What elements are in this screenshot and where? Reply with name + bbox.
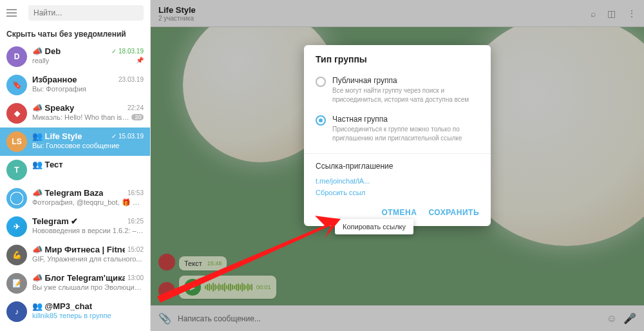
chat-time: 22:24 <box>128 104 144 111</box>
chat-name: 👥 Life Style <box>32 131 82 141</box>
chat-preview: Вы уже слышали про Эволюцию... <box>32 283 144 291</box>
radio-desc: Все могут найти группу через поиск и при… <box>332 86 479 104</box>
menu-button[interactable] <box>6 5 22 21</box>
chat-time: 13:00 <box>128 274 144 281</box>
radio-public[interactable]: Публичная группа Все могут найти группу … <box>316 71 479 109</box>
chat-item[interactable]: ♪ 👥 @MP3_chat killnik85 теперь в группе <box>0 298 150 326</box>
save-button[interactable]: СОХРАНИТЬ <box>428 208 479 217</box>
pin-icon: 📌 <box>136 57 144 64</box>
avatar: Т <box>6 160 27 180</box>
chat-name: 👥 @MP3_chat <box>32 301 92 311</box>
radio-label: Частная группа <box>332 115 479 124</box>
chat-preview: killnik85 теперь в группе <box>32 312 144 319</box>
chat-preview: Вы: Фотография <box>32 85 144 93</box>
avatar: 💪 <box>6 245 27 265</box>
avatar: 📝 <box>6 273 27 294</box>
chat-time: 16:53 <box>128 189 144 196</box>
chat-name: Telegram ✔ <box>32 216 78 226</box>
chat-item[interactable]: 🔖 Избранное23.03.19 Вы: Фотография <box>0 71 150 99</box>
chat-item[interactable]: 💪 📣 Мир Фитнеса | FitnessRU15:02 GIF, Уп… <box>0 241 150 269</box>
chat-preview: Фотография, @teqqru_bot, 🎁 Sticker... <box>32 198 144 207</box>
reset-link[interactable]: Сбросить ссыл <box>316 189 479 196</box>
modal-overlay[interactable]: Тип группы Публичная группа Все могут на… <box>151 0 644 331</box>
radio-desc: Присоединиться к группе можно только по … <box>332 125 479 143</box>
chat-item[interactable]: 📣 Telegram Baza16:53 Фотография, @teqqru… <box>0 184 150 213</box>
radio-label: Публичная группа <box>332 76 479 85</box>
chat-time: 15:02 <box>128 246 144 253</box>
avatar: ◆ <box>6 103 27 124</box>
chat-time: 16:25 <box>128 218 144 225</box>
group-type-modal: Тип группы Публичная группа Все могут на… <box>304 45 491 226</box>
radio-button[interactable] <box>316 77 326 87</box>
chat-item[interactable]: ✈ Telegram ✔16:25 Нововведения в версии … <box>0 213 150 241</box>
avatar: 🔖 <box>6 75 27 95</box>
chat-name: 📣 Telegram Baza <box>32 188 103 198</box>
chat-preview: really <box>32 57 49 64</box>
chat-item[interactable]: Т 👥 Тест <box>0 156 150 184</box>
chat-preview: GIF, Упражнения для стального... <box>32 255 144 263</box>
chat-name: 👥 Тест <box>32 160 63 169</box>
avatar: ✈ <box>6 216 27 237</box>
unread-badge: 20 <box>131 114 144 120</box>
chat-item-active[interactable]: LS 👥 Life Style✓ 15.03.19 Вы: Голосовое … <box>0 128 150 156</box>
chat-name: 📣 Speaky <box>32 103 74 113</box>
context-menu-copy-link[interactable]: Копировать ссылку <box>335 219 413 234</box>
section-title: Скрыть чаты без уведомлений <box>0 26 150 43</box>
chat-list: D 📣 Deb✓ 18.03.19 really📌 🔖 Избранное23.… <box>0 43 150 331</box>
sidebar: Скрыть чаты без уведомлений D 📣 Deb✓ 18.… <box>0 0 151 331</box>
chat-name: Избранное <box>32 75 77 84</box>
chat-time: ✓ 18.03.19 <box>111 48 144 55</box>
radio-button-selected[interactable] <box>316 115 326 126</box>
chat-preview: Нововведения в версии 1.6.2: – Вы м... <box>32 227 144 234</box>
invite-link[interactable]: t.me/joinchat/lA... <box>316 177 370 185</box>
chat-preview: Вы: Голосовое сообщение <box>32 142 144 149</box>
chat-preview: Микаэль: Hello! Who than is keen... <box>32 113 129 121</box>
chat-name: 📣 Мир Фитнеса | FitnessRU <box>32 245 125 254</box>
avatar: LS <box>6 131 27 152</box>
chat-time: 23.03.19 <box>118 76 144 83</box>
cancel-button[interactable]: ОТМЕНА <box>381 208 417 217</box>
chat-item[interactable]: ◆ 📣 Speaky22:24 Микаэль: Hello! Who than… <box>0 99 150 128</box>
chat-time: ✓ 15.03.19 <box>111 133 144 140</box>
modal-title: Тип группы <box>304 45 491 71</box>
invite-link-title: Ссылка-приглашение <box>316 162 479 171</box>
chat-name: 📣 Блог Telegram'щика <box>32 273 125 283</box>
search-input[interactable] <box>28 5 144 21</box>
main-chat: Life Style 2 участника ⌕ ◫ ⋮ Текст15:48 … <box>151 0 644 331</box>
chat-item[interactable]: 📝 📣 Блог Telegram'щика13:00 Вы уже слыша… <box>0 269 150 298</box>
radio-private[interactable]: Частная группа Присоединиться к группе м… <box>316 109 479 148</box>
chat-name: 📣 Deb <box>32 46 61 56</box>
avatar: ♪ <box>6 301 27 322</box>
chat-item[interactable]: D 📣 Deb✓ 18.03.19 really📌 <box>0 43 150 71</box>
avatar: D <box>6 46 27 67</box>
avatar <box>6 188 27 209</box>
